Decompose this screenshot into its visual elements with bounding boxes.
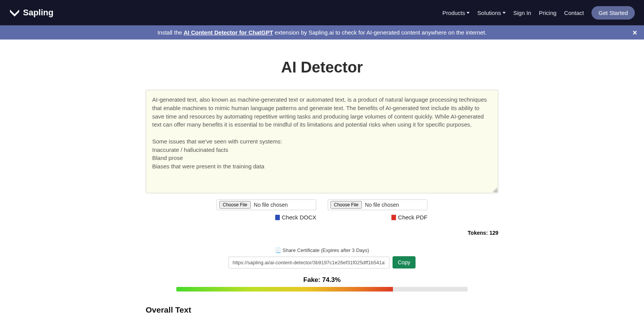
text-input[interactable]: AI-generated text, also known as machine… [146,90,498,193]
logo[interactable]: Sapling [9,8,53,18]
page-title: AI Detector [146,59,498,76]
docx-file-status: No file chosen [254,202,288,208]
docx-file-icon [275,215,280,220]
choose-file-docx-button[interactable]: Choose File [219,201,251,209]
check-pdf-label[interactable]: Check PDF [391,214,427,221]
banner-text: Install the AI Content Detector for Chat… [158,29,487,36]
copy-button[interactable]: Copy [393,256,416,268]
nav-right: Products Solutions Sign In Pricing Conta… [442,6,635,20]
navbar: Sapling Products Solutions Sign In Prici… [0,0,644,25]
chevron-down-icon [467,12,470,14]
fake-score-label: Fake: 74.3% [146,276,498,284]
logo-icon [9,9,20,16]
file-upload-row: Choose File No file chosen Check DOCX Ch… [146,199,498,221]
install-banner: Install the AI Content Detector for Chat… [0,25,644,40]
fake-progress-bar [176,287,468,292]
pdf-file-status: No file chosen [365,202,399,208]
docx-upload-block: Choose File No file chosen Check DOCX [217,199,316,221]
tokens-count: Tokens: 129 [146,230,498,236]
share-input-row: Copy [146,256,498,268]
share-section: 📃 Share Certificate (Expires after 3 Day… [146,247,498,268]
choose-file-pdf-button[interactable]: Choose File [330,201,362,209]
nav-products[interactable]: Products [442,10,470,16]
logo-text: Sapling [23,8,53,18]
nav-signin[interactable]: Sign In [513,10,531,16]
chevron-down-icon [503,12,506,14]
pdf-file-icon [391,215,396,220]
pdf-file-picker[interactable]: Choose File No file chosen [328,199,427,210]
share-url-input[interactable] [228,257,389,268]
nav-pricing[interactable]: Pricing [539,10,557,16]
banner-link[interactable]: AI Content Detector for ChatGPT [184,29,273,36]
share-label: 📃 Share Certificate (Expires after 3 Day… [146,247,498,253]
nav-contact[interactable]: Contact [564,10,584,16]
check-docx-label[interactable]: Check DOCX [275,214,316,221]
get-started-button[interactable]: Get Started [591,6,635,20]
docx-file-picker[interactable]: Choose File No file chosen [217,199,316,210]
pdf-upload-block: Choose File No file chosen Check PDF [328,199,427,221]
close-icon[interactable]: × [632,28,637,37]
fake-progress-fill [176,287,393,292]
nav-solutions[interactable]: Solutions [477,10,506,16]
overall-text-heading: Overall Text [146,305,498,315]
